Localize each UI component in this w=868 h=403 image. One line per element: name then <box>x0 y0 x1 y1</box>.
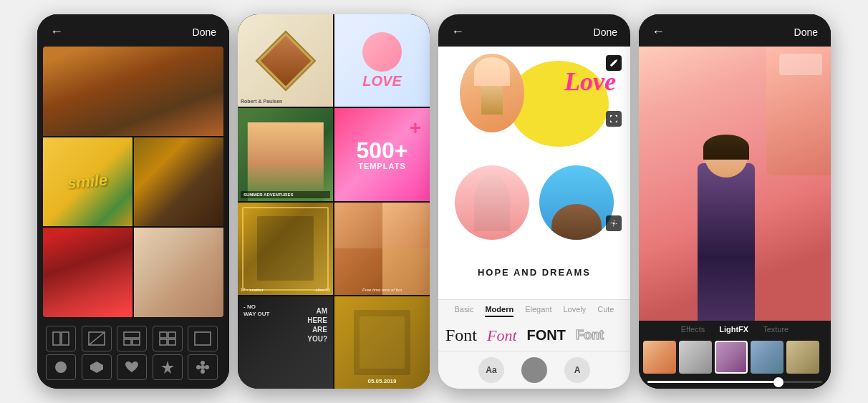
canvas-move-icon[interactable] <box>606 215 622 231</box>
am-here-text: AM HERE ARE YOU? <box>307 306 327 344</box>
phone-screen-1: ← Done smile <box>37 14 229 389</box>
font-canvas[interactable]: Love <box>438 47 630 299</box>
canvas-love-text[interactable]: Love <box>564 67 616 97</box>
effect-thumbnails <box>639 338 831 377</box>
canvas-hope-text: HOPE AND DREAMS <box>438 267 630 278</box>
font-option-script[interactable]: Font <box>487 326 517 345</box>
shape-btn-heart[interactable] <box>117 354 147 380</box>
collage-grid: smile <box>43 47 223 317</box>
svg-point-12 <box>55 361 67 373</box>
font-size-btn[interactable]: Aa <box>478 357 504 383</box>
back-button-3[interactable]: ← <box>451 24 464 39</box>
brightness-slider <box>639 377 831 389</box>
svg-marker-13 <box>90 361 103 373</box>
svg-marker-14 <box>161 361 174 374</box>
svg-rect-4 <box>124 332 140 338</box>
photo-girl-red <box>43 228 132 317</box>
font-options-row: Font Font FONT Font <box>438 320 630 351</box>
font-style-btn[interactable]: A <box>564 357 590 383</box>
effect-thumb-5[interactable] <box>786 341 819 374</box>
collage-editor-screen: ← Done smile <box>37 14 229 389</box>
collage-cell-smile[interactable]: smile <box>43 137 132 227</box>
collage-cell-top[interactable] <box>43 47 223 136</box>
shape-btn-circle[interactable] <box>46 354 76 380</box>
svg-rect-10 <box>168 339 175 345</box>
photo-girl-sunglasses <box>134 228 223 317</box>
shape-btn-burst[interactable] <box>153 354 183 380</box>
collage-cell-girl-red[interactable] <box>43 228 132 317</box>
phone-screen-2: Robert & Paulsen LOVE SUMMER ADVENTURES <box>238 14 430 389</box>
canvas-circle-girl <box>453 163 531 242</box>
font-tabs: Basic Modern Elegant Lovely Cute <box>438 299 630 320</box>
shape-btn-hexagon[interactable] <box>82 354 112 380</box>
layout-btn-4col[interactable] <box>153 326 183 351</box>
layout-grid <box>43 323 223 383</box>
effects-header: ← Done <box>639 14 831 47</box>
font-tab-elegant[interactable]: Elegant <box>525 303 551 317</box>
font-option-serif[interactable]: Font <box>445 326 477 345</box>
effect-tab-texture[interactable]: Texture <box>763 325 789 334</box>
canvas-ice-cream <box>460 54 524 132</box>
photo-girl-hat <box>43 47 223 136</box>
layout-btn-3col[interactable] <box>117 326 147 351</box>
effect-tab-lightfx[interactable]: LightFX <box>719 325 748 334</box>
font-selector-screen: ← Done Love <box>438 14 630 389</box>
template-cell-5[interactable]: 17 • scatter allez 03 <box>238 203 333 295</box>
svg-rect-5 <box>124 339 131 345</box>
collage-cell-girl-sunglasses[interactable] <box>134 228 223 317</box>
collage-canvas[interactable]: smile <box>43 47 223 317</box>
template-cell-2[interactable]: LOVE <box>334 14 430 107</box>
template-label-text: TEMPLATS <box>358 162 405 170</box>
done-button-4[interactable]: Done <box>794 26 818 38</box>
svg-point-19 <box>205 365 209 369</box>
slider-thumb[interactable] <box>773 377 783 387</box>
font-tab-lovely[interactable]: Lovely <box>563 303 586 317</box>
back-button-4[interactable]: ← <box>652 24 665 39</box>
font-tab-modern[interactable]: Modern <box>485 303 513 317</box>
back-button-1[interactable]: ← <box>50 24 63 39</box>
svg-point-17 <box>201 369 205 374</box>
svg-rect-11 <box>195 332 211 345</box>
svg-point-15 <box>201 365 205 369</box>
svg-rect-8 <box>168 332 175 338</box>
main-photo <box>639 47 831 321</box>
svg-point-20 <box>613 223 615 225</box>
photo-forest <box>134 137 223 227</box>
phone-screen-3: ← Done Love <box>438 14 630 389</box>
effect-thumb-4[interactable] <box>751 341 783 374</box>
svg-rect-1 <box>62 332 69 345</box>
effects-screen: ← Done Effects LightF <box>639 14 831 389</box>
slider-track[interactable] <box>647 381 822 383</box>
font-tab-cute[interactable]: Cute <box>597 303 614 317</box>
canvas-expand-icon[interactable] <box>606 111 622 127</box>
font-tab-basic[interactable]: Basic <box>455 303 474 317</box>
svg-rect-9 <box>160 339 167 345</box>
done-button-1[interactable]: Done <box>193 26 216 38</box>
layout-btn-wide[interactable] <box>188 326 218 351</box>
template-cell-3[interactable]: SUMMER ADVENTURES <box>238 108 333 200</box>
collage-toolbar <box>37 317 229 389</box>
collage-cell-forest[interactable] <box>134 137 223 227</box>
template-cell-500[interactable]: + 500+ TEMPLATS <box>334 108 430 200</box>
template-cell-7[interactable]: - NO WAY OUT AM HERE ARE YOU? <box>238 296 333 389</box>
font-option-outline[interactable]: Font <box>576 328 604 343</box>
font-color-btn[interactable] <box>521 357 547 383</box>
template-cell-8[interactable]: 05.05.2019 <box>334 296 430 389</box>
templates-grid: Robert & Paulsen LOVE SUMMER ADVENTURES <box>238 14 430 389</box>
layout-btn-2col[interactable] <box>46 326 76 351</box>
shape-btn-flower[interactable] <box>188 354 218 380</box>
effect-tab-effects[interactable]: Effects <box>681 325 705 334</box>
template-plus: + <box>410 117 421 140</box>
templates-screen: Robert & Paulsen LOVE SUMMER ADVENTURES <box>238 14 430 389</box>
effect-thumb-2[interactable] <box>679 341 712 374</box>
layout-btn-diagonal[interactable] <box>82 326 112 351</box>
done-button-3[interactable]: Done <box>594 26 617 38</box>
canvas-circle-beach <box>537 163 616 242</box>
svg-point-16 <box>201 361 205 365</box>
font-controls: Aa A <box>438 351 630 389</box>
template-cell-1[interactable]: Robert & Paulsen <box>238 14 333 107</box>
effect-thumb-1[interactable] <box>643 341 676 374</box>
font-option-bold[interactable]: FONT <box>527 327 566 344</box>
effect-thumb-3[interactable] <box>715 341 748 374</box>
template-cell-6[interactable]: Free time tons of fun <box>334 203 430 295</box>
